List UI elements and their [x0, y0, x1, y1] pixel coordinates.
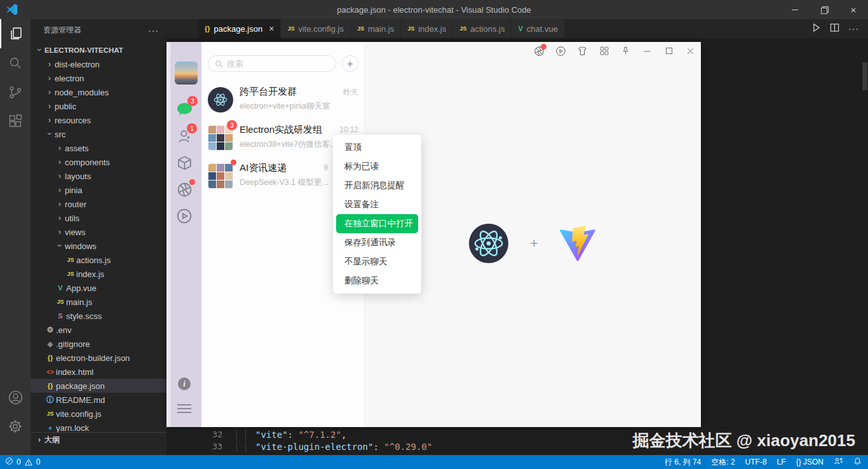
tree-item-views[interactable]: ›views — [31, 225, 166, 239]
more-actions-icon[interactable]: ··· — [848, 24, 859, 34]
tree-item-resources[interactable]: ›resources — [31, 113, 166, 127]
restore-icon[interactable] — [810, 0, 839, 19]
tree-item-env[interactable]: ⚙.env — [31, 323, 166, 337]
cursor-position[interactable]: 行 6, 列 74 — [665, 457, 701, 468]
add-chat-button[interactable]: + — [342, 55, 358, 72]
info-icon[interactable]: i — [178, 377, 191, 390]
tab-index-js[interactable]: JS index.js — [401, 19, 453, 38]
tree-item-vite-config-js[interactable]: JSvite.config.js — [31, 407, 166, 421]
source-control-icon[interactable] — [0, 78, 31, 107]
tree-item-layouts[interactable]: ›layouts — [31, 169, 166, 183]
tree-item-actions-js[interactable]: JSactions.js — [31, 253, 166, 267]
menu-item-mark-read[interactable]: 标为已读 — [333, 157, 421, 176]
tab-package-json[interactable]: {} package.json × — [198, 19, 281, 38]
minimize-icon[interactable] — [780, 0, 810, 19]
tree-item-windows[interactable]: ›windows — [31, 239, 166, 253]
json-file-icon: {} — [205, 25, 210, 32]
menu-item-enable-notifications[interactable]: 开启新消息提醒 — [333, 176, 421, 195]
tree-item-readme-md[interactable]: ⓘREADME.md — [31, 393, 166, 407]
js-file-icon: JS — [459, 25, 466, 32]
minimize-icon[interactable] — [642, 46, 653, 57]
tree-item-gitignore[interactable]: ◈.gitignore — [31, 337, 166, 351]
tab-actions-js[interactable]: JS actions.js — [453, 19, 512, 38]
tab-main-js[interactable]: JS main.js — [351, 19, 401, 38]
outline-section[interactable]: › 大纲 — [31, 432, 166, 447]
vscode-titlebar: package.json - electron-vitechat - Visua… — [0, 0, 868, 19]
tree-item-dist-electron[interactable]: ›dist-electron — [31, 57, 166, 71]
package-box-icon[interactable] — [175, 154, 193, 172]
language-mode[interactable]: {} JSON — [796, 458, 824, 466]
js-file-icon: JS — [55, 299, 66, 305]
chevron-right-icon: › — [44, 87, 55, 97]
tree-item-router[interactable]: ›router — [31, 197, 166, 211]
indentation[interactable]: 空格: 2 — [711, 457, 735, 468]
feedback-icon[interactable] — [834, 457, 843, 468]
settings-gear-icon[interactable] — [0, 412, 31, 441]
encoding[interactable]: UTF-8 — [745, 458, 767, 466]
tree-item-node-modules[interactable]: ›node_modules — [31, 85, 166, 99]
tree-item-index-html[interactable]: <>index.html — [31, 365, 166, 379]
hamburger-menu-icon[interactable] — [177, 404, 191, 416]
tree-item-components[interactable]: ›components — [31, 155, 166, 169]
json-file-icon: {} — [44, 354, 56, 362]
notification-dot — [541, 44, 546, 50]
search-icon[interactable] — [0, 48, 31, 78]
play-circle-icon[interactable] — [175, 207, 193, 225]
menu-item-open-in-window[interactable]: 在独立窗口中打开 — [336, 214, 418, 233]
close-icon[interactable] — [685, 46, 696, 57]
search-icon — [215, 60, 223, 68]
tab-chat-vue[interactable]: V chat.vue — [512, 19, 565, 38]
status-bar: 0 0 行 6, 列 74 空格: 2 UTF-8 LF {} JSON — [0, 455, 868, 469]
tree-item-pinia[interactable]: ›pinia — [31, 183, 166, 197]
tree-item-public[interactable]: ›public — [31, 99, 166, 113]
tree-item-assets[interactable]: ›assets — [31, 141, 166, 155]
search-input[interactable] — [227, 59, 329, 69]
play-circle-icon[interactable] — [555, 46, 566, 57]
tshirt-theme-icon[interactable] — [577, 46, 588, 57]
tree-item-electron-builder-json[interactable]: {}electron-builder.json — [31, 351, 166, 365]
contacts-icon[interactable]: 1 — [175, 127, 193, 145]
tree-item-app-vue[interactable]: VApp.vue — [31, 281, 166, 295]
chat-bubble-icon[interactable]: 3 — [175, 100, 193, 118]
chat-item-cross-platform[interactable]: 跨平台开发群 electron+vite+pinia聊天室 昨天 — [201, 81, 363, 119]
tree-item-utils[interactable]: ›utils — [31, 211, 166, 225]
activity-bar — [0, 19, 31, 455]
explorer-icon[interactable] — [0, 19, 31, 48]
chevron-down-icon: › — [45, 128, 55, 139]
warning-count: 0 — [36, 458, 41, 466]
tab-vite-config-js[interactable]: JS vite.config.js — [281, 19, 351, 38]
editor-scrollbar[interactable] — [862, 62, 867, 90]
user-avatar[interactable] — [175, 62, 198, 85]
pin-icon[interactable] — [620, 46, 631, 57]
error-icon[interactable] — [5, 457, 13, 467]
menu-item-hide-chat[interactable]: 不显示聊天 — [333, 252, 421, 271]
split-editor-icon[interactable] — [830, 23, 839, 35]
electron-avatar — [208, 87, 233, 112]
tree-item-electron[interactable]: ›electron — [31, 71, 166, 85]
close-icon[interactable]: × — [839, 0, 868, 19]
extensions-icon[interactable] — [0, 107, 31, 136]
menu-item-set-remark[interactable]: 设置备注 — [333, 195, 421, 214]
tree-item-main-js[interactable]: JSmain.js — [31, 295, 166, 309]
menu-item-delete-chat[interactable]: 删除聊天 — [333, 271, 421, 290]
warning-icon[interactable] — [24, 458, 33, 466]
more-actions-icon[interactable]: ··· — [148, 25, 159, 36]
account-icon[interactable] — [0, 383, 31, 412]
tree-item-src[interactable]: ›src — [31, 127, 166, 141]
aperture-icon[interactable] — [175, 180, 193, 198]
search-box[interactable] — [208, 55, 336, 72]
tree-item-package-json[interactable]: {}package.json — [31, 379, 166, 393]
close-icon[interactable]: × — [269, 24, 274, 34]
aperture-icon[interactable] — [534, 46, 545, 57]
eol-sequence[interactable]: LF — [777, 458, 786, 466]
run-icon[interactable] — [811, 23, 821, 35]
unread-dot — [231, 160, 236, 165]
menu-item-pin-top[interactable]: 置顶 — [333, 138, 421, 157]
bell-icon[interactable] — [853, 457, 862, 468]
maximize-icon[interactable] — [663, 46, 674, 57]
tree-item-style-scss[interactable]: Sstyle.scss — [31, 309, 166, 323]
tree-item-root[interactable]: ›ELECTRON-VITECHAT — [31, 43, 166, 57]
tree-item-index-js[interactable]: JSindex.js — [31, 267, 166, 281]
menu-item-save-contacts[interactable]: 保存到通讯录 — [333, 233, 421, 252]
grid-apps-icon[interactable] — [599, 46, 609, 57]
